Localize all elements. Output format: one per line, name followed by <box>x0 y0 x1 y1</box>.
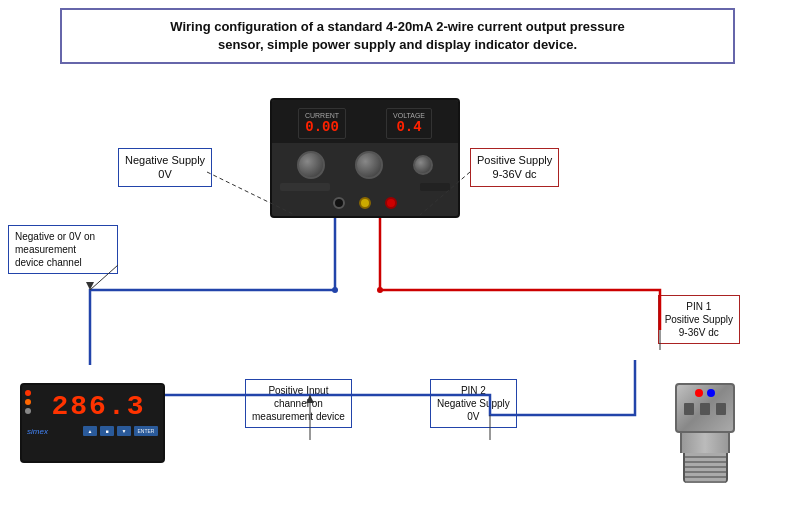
ps-terminal-negative <box>333 197 345 209</box>
md-led-3 <box>25 408 31 414</box>
label-pin2-text: PIN 2Negative Supply0V <box>437 385 510 422</box>
ps-knob-2[interactable] <box>355 151 383 179</box>
label-pin2: PIN 2Negative Supply0V <box>430 379 517 428</box>
measurement-device: 286.3 simex ▲ ■ ▼ ENTER <box>20 383 165 463</box>
md-btn-down[interactable]: ▼ <box>117 426 131 436</box>
sensor-led-red <box>695 389 703 397</box>
label-positive-input-text: Positive Inputchannel onmeasurement devi… <box>252 385 345 422</box>
md-brand: simex <box>27 427 48 436</box>
label-pin1: PIN 1Positive Supply9-36V dc <box>658 295 740 344</box>
sensor-body-mid <box>680 433 730 453</box>
sensor-led-blue <box>707 389 715 397</box>
sensor-indicators <box>677 385 733 399</box>
ps-voltage-value: 0.4 <box>393 119 425 135</box>
md-buttons: ▲ ■ ▼ ENTER <box>83 426 158 436</box>
label-positive-supply-text: Positive Supply9-36V dc <box>477 154 552 180</box>
title-line2: sensor, simple power supply and display … <box>218 37 577 52</box>
ps-terminal-earth <box>359 197 371 209</box>
ps-voltage-readout: VOLTAGE 0.4 <box>386 108 432 139</box>
md-btn-enter[interactable]: ENTER <box>134 426 158 436</box>
ps-current-value: 0.00 <box>305 119 339 135</box>
label-positive-input: Positive Inputchannel onmeasurement devi… <box>245 379 352 428</box>
md-led-2 <box>25 399 31 405</box>
ps-current-label: CURRENT <box>305 112 339 119</box>
ps-controls <box>272 143 458 183</box>
main-container: Wiring configuration of a standard 4-20m… <box>0 0 795 523</box>
title-box: Wiring configuration of a standard 4-20m… <box>60 8 735 64</box>
md-digits: 286.3 <box>42 391 155 422</box>
label-pin1-text: PIN 1Positive Supply9-36V dc <box>665 301 733 338</box>
md-btn-up[interactable]: ▲ <box>83 426 97 436</box>
power-supply-unit: CURRENT 0.00 VOLTAGE 0.4 <box>270 98 460 218</box>
md-led-1 <box>25 390 31 396</box>
svg-point-9 <box>377 287 383 293</box>
sensor-body-top <box>675 383 735 433</box>
sensor-thread <box>683 453 728 483</box>
ps-current-readout: CURRENT 0.00 <box>298 108 346 139</box>
title-text: Wiring configuration of a standard 4-20m… <box>74 18 721 54</box>
svg-marker-3 <box>86 282 94 290</box>
md-display-area: 286.3 <box>34 385 163 424</box>
ps-terminals <box>272 193 458 214</box>
label-negative-meas: Negative or 0V onmeasurementdevice chann… <box>8 225 118 274</box>
ps-knob-1[interactable] <box>297 151 325 179</box>
ps-display: CURRENT 0.00 VOLTAGE 0.4 <box>272 100 458 143</box>
title-line1: Wiring configuration of a standard 4-20m… <box>170 19 624 34</box>
pressure-sensor <box>670 383 740 493</box>
label-negative-meas-text: Negative or 0V onmeasurementdevice chann… <box>15 231 95 268</box>
svg-point-8 <box>332 287 338 293</box>
label-positive-supply-ps: Positive Supply9-36V dc <box>470 148 559 187</box>
md-btn-stop[interactable]: ■ <box>100 426 114 436</box>
ps-voltage-label: VOLTAGE <box>393 112 425 119</box>
label-negative-supply-ps: Negative Supply0V <box>118 148 212 187</box>
ps-knob-3[interactable] <box>413 155 433 175</box>
ps-terminal-positive <box>385 197 397 209</box>
md-footer: simex ▲ ■ ▼ ENTER <box>22 424 163 438</box>
label-negative-supply-text: Negative Supply0V <box>125 154 205 180</box>
